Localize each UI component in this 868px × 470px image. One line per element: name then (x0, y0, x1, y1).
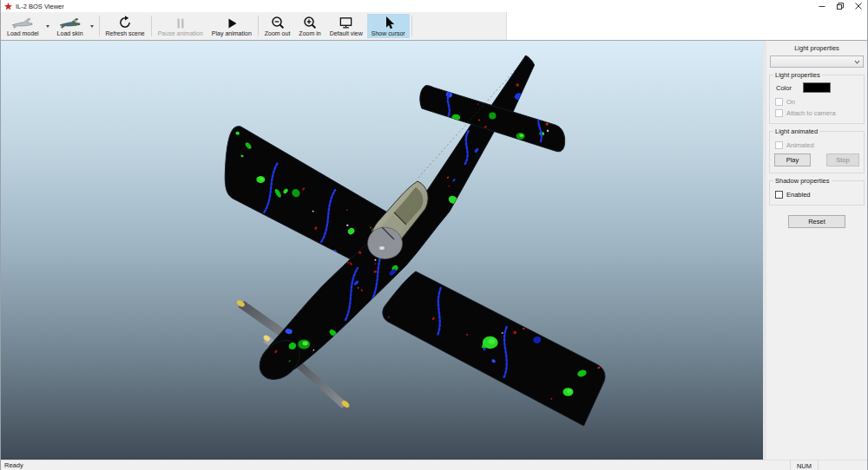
window-title: IL-2 BOS Viewer (16, 3, 64, 10)
pause-animation-button: Pause animation (154, 14, 207, 38)
light-color-swatch[interactable] (803, 82, 831, 93)
chevron-down-icon (90, 25, 94, 28)
refresh-icon (118, 15, 132, 29)
attach-to-camera-label: Attach to camera (786, 109, 836, 117)
zoom-out-label: Zoom out (265, 30, 291, 36)
animated-label: Animated (786, 141, 814, 149)
checkbox-icon (775, 191, 783, 199)
zoom-in-label: Zoom in (299, 30, 320, 36)
zoom-in-button[interactable]: Zoom in (294, 14, 325, 38)
shadow-properties-group: Shadow properties Enabled (769, 180, 865, 206)
airplane-camo-icon (59, 15, 82, 29)
app-icon (4, 3, 12, 10)
toolbar-separator (411, 16, 412, 36)
restore-icon (837, 3, 844, 10)
show-cursor-button[interactable]: Show cursor (367, 14, 410, 38)
light-group-title: Light properties (773, 71, 822, 79)
load-model-dropdown[interactable] (43, 14, 53, 38)
light-animated-group: Light animated Animated Play Stop (769, 131, 865, 173)
zoom-out-button[interactable]: Zoom out (260, 14, 295, 38)
load-skin-button[interactable]: Load skin (53, 14, 88, 38)
minimize-icon (819, 3, 825, 10)
refresh-scene-label: Refresh scene (106, 30, 145, 36)
default-view-button[interactable]: Default view (326, 14, 367, 38)
shadow-properties-title: Shadow properties (773, 177, 832, 185)
on-checkbox: On (775, 98, 859, 106)
close-icon (855, 3, 862, 10)
light-animated-title: Light animated (773, 127, 819, 135)
load-skin-label: Load skin (57, 30, 83, 36)
load-model-label: Load model (7, 30, 39, 36)
on-label: On (786, 98, 795, 106)
airplane-gray-icon (11, 15, 34, 29)
light-properties-panel: Light properties Light properties Color … (763, 41, 867, 460)
color-label: Color (776, 84, 792, 92)
monitor-icon (339, 15, 353, 29)
statusbar: Ready NUM (1, 460, 867, 470)
show-cursor-label: Show cursor (372, 30, 405, 36)
checkbox-icon (775, 141, 783, 149)
aircraft-scene (1, 41, 763, 460)
aircraft-model (225, 55, 605, 426)
checkbox-icon (775, 109, 783, 117)
3d-viewport[interactable] (1, 41, 763, 460)
play-icon (226, 15, 238, 29)
num-lock-indicator: NUM (790, 460, 819, 470)
status-text: Ready (4, 461, 23, 469)
attach-to-camera-checkbox: Attach to camera (775, 109, 859, 117)
toolbar-separator (99, 16, 100, 36)
magnifier-minus-icon (271, 15, 285, 29)
light-group: Light properties Color On Attach to came… (769, 75, 865, 124)
play-button[interactable]: Play (774, 153, 811, 166)
app-window: IL-2 BOS Viewer (0, 0, 868, 470)
toolbar-separator (258, 16, 259, 36)
animated-checkbox: Animated (775, 141, 859, 149)
shadow-enabled-label: Enabled (786, 191, 811, 199)
toolbar-row: Load model Load skin (1, 12, 867, 41)
toolbar: Load model Load skin (1, 12, 507, 40)
light-select-combobox[interactable] (770, 55, 864, 68)
panel-caption: Light properties (766, 41, 867, 55)
checkbox-icon (775, 98, 783, 106)
cursor-icon (381, 15, 395, 29)
pause-icon (174, 15, 187, 29)
toolbar-separator (151, 16, 152, 36)
play-animation-label: Play animation (212, 30, 252, 36)
shadow-enabled-checkbox[interactable]: Enabled (775, 191, 859, 199)
chevron-down-icon (854, 60, 860, 64)
magnifier-plus-icon (303, 15, 317, 29)
pause-animation-label: Pause animation (158, 30, 203, 36)
restore-button[interactable] (831, 0, 849, 12)
default-view-label: Default view (330, 30, 363, 36)
titlebar: IL-2 BOS Viewer (1, 0, 867, 12)
load-skin-dropdown[interactable] (88, 14, 97, 38)
chevron-down-icon (46, 25, 49, 28)
close-button[interactable] (849, 0, 867, 12)
play-animation-button[interactable]: Play animation (207, 14, 256, 38)
load-model-button[interactable]: Load model (3, 14, 43, 38)
stop-button: Stop (826, 153, 859, 166)
minimize-button[interactable] (812, 0, 831, 12)
reset-button[interactable]: Reset (788, 215, 845, 228)
refresh-scene-button[interactable]: Refresh scene (102, 14, 149, 38)
